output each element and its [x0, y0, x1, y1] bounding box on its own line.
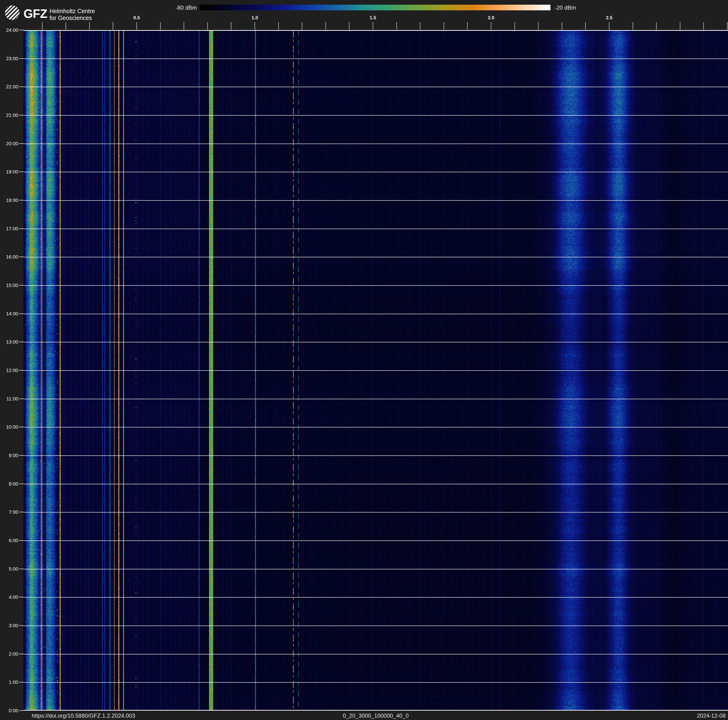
- logo-acronym: GFZ: [23, 8, 47, 20]
- x-axis-label: 1.5: [362, 15, 384, 20]
- y-axis-label: 8:00: [0, 481, 18, 487]
- x-axis-tick: [207, 22, 208, 30]
- y-axis-label: 3:00: [0, 623, 18, 628]
- y-axis-tick: [19, 625, 23, 626]
- y-axis-label: 1:00: [0, 679, 18, 685]
- y-axis-label: 23:00: [0, 56, 18, 61]
- x-axis-tick: [349, 22, 349, 30]
- y-axis-tick: [19, 115, 23, 115]
- x-axis-tick: [278, 22, 279, 30]
- y-axis-tick: [19, 512, 23, 512]
- y-axis-tick: [19, 143, 23, 144]
- x-axis-tick: [231, 22, 231, 30]
- x-axis-label: 2.0: [480, 15, 502, 20]
- y-axis-label: 21:00: [0, 112, 18, 118]
- x-axis-tick: [302, 22, 302, 30]
- y-axis-label: 18:00: [0, 198, 18, 203]
- y-axis-label: 15:00: [0, 282, 18, 288]
- x-axis-tick: [89, 22, 90, 30]
- y-axis-label: 7:00: [0, 509, 18, 515]
- date-label: 2024-12-08: [697, 712, 726, 719]
- x-axis-tick: [396, 22, 397, 30]
- y-axis-tick: [19, 314, 23, 314]
- x-axis-label: 0.5: [126, 15, 147, 20]
- y-axis-label: 2:00: [0, 651, 18, 657]
- y-axis-tick: [19, 654, 23, 654]
- y-axis-tick: [19, 682, 23, 682]
- logo-subtitle-line2: for Geosciences: [50, 15, 95, 21]
- x-axis-tick: [514, 22, 515, 30]
- y-axis-label: 22:00: [0, 84, 18, 90]
- y-axis-tick: [19, 86, 23, 87]
- y-axis-label: 14:00: [0, 311, 18, 317]
- y-axis-tick: [19, 172, 23, 172]
- y-axis-tick: [19, 540, 23, 541]
- y-axis-tick: [19, 597, 23, 597]
- logo-subtitle: Helmholtz Centre for Geosciences: [50, 8, 95, 21]
- y-axis-tick: [19, 228, 23, 229]
- x-axis-tick: [444, 22, 444, 30]
- y-axis-tick: [19, 200, 23, 201]
- y-axis-tick: [19, 455, 23, 456]
- x-axis-tick: [585, 22, 586, 30]
- y-axis-tick: [19, 30, 23, 30]
- gfz-globe-icon: [4, 5, 20, 21]
- spectrogram-app: GFZ Helmholtz Centre for Geosciences -80…: [0, 0, 728, 720]
- config-label: 0_20_3000_100000_40_0: [23, 712, 728, 719]
- x-axis-tick: [656, 22, 657, 30]
- x-axis-tick: [467, 22, 468, 30]
- y-axis-tick: [19, 370, 23, 371]
- y-axis-tick: [19, 710, 23, 711]
- x-axis-tick: [491, 22, 491, 30]
- y-axis-tick: [19, 484, 23, 484]
- x-axis-tick: [326, 22, 326, 30]
- x-axis-tick: [680, 22, 680, 30]
- y-axis-label: 6:00: [0, 538, 18, 543]
- y-axis-label: 0:00: [0, 708, 18, 714]
- y-axis-label: 12:00: [0, 368, 18, 373]
- y-axis-tick: [19, 427, 23, 427]
- x-axis-tick: [420, 22, 421, 30]
- y-axis-tick: [19, 257, 23, 257]
- y-axis-label: 17:00: [0, 226, 18, 231]
- y-axis-tick: [19, 285, 23, 285]
- x-axis-tick: [727, 22, 728, 30]
- x-axis-tick: [184, 22, 184, 30]
- x-axis-tick: [633, 22, 633, 30]
- y-axis-label: 16:00: [0, 254, 18, 260]
- y-axis-label: 20:00: [0, 141, 18, 146]
- colorbar-gradient: [199, 5, 551, 10]
- x-axis-tick: [113, 22, 113, 30]
- x-axis-tick: [609, 22, 609, 30]
- x-axis-tick: [538, 22, 538, 30]
- y-axis-label: 19:00: [0, 169, 18, 175]
- x-axis-label: 1.0: [244, 15, 265, 20]
- x-axis-label: 2.5: [599, 15, 620, 20]
- x-axis-tick: [42, 22, 43, 30]
- y-axis-tick: [19, 398, 23, 399]
- y-axis-label: 10:00: [0, 424, 18, 430]
- y-axis-label: 24:00: [0, 27, 18, 33]
- y-axis-tick: [19, 569, 23, 569]
- x-axis-tick: [160, 22, 161, 30]
- spectrogram-canvas: [23, 30, 728, 711]
- y-axis-tick: [19, 58, 23, 59]
- x-axis-tick: [136, 22, 137, 30]
- logo-subtitle-line1: Helmholtz Centre: [50, 8, 95, 15]
- colorbar-min-label: -80 dBm: [150, 5, 197, 11]
- x-axis-tick: [255, 22, 255, 30]
- y-axis-tick: [19, 342, 23, 342]
- x-axis-tick: [562, 22, 562, 30]
- gfz-logo: GFZ Helmholtz Centre for Geosciences: [4, 5, 95, 21]
- x-axis-tick: [704, 22, 704, 30]
- y-axis-label: 13:00: [0, 339, 18, 345]
- colorbar-max-label: -20 dBm: [555, 5, 606, 11]
- y-axis-label: 5:00: [0, 566, 18, 572]
- y-axis-label: 11:00: [0, 396, 18, 401]
- x-axis-tick: [373, 22, 373, 30]
- y-axis-label: 4:00: [0, 594, 18, 600]
- x-axis-tick: [66, 22, 66, 30]
- y-axis-label: 9:00: [0, 453, 18, 458]
